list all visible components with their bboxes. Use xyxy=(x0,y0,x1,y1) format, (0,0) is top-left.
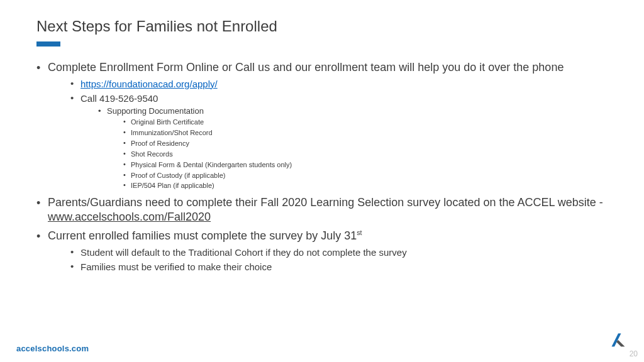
bullet-icon: • xyxy=(36,229,48,244)
bullet-icon: • xyxy=(36,195,48,211)
accel-logo-icon xyxy=(609,331,628,349)
bullet-icon: • xyxy=(98,106,107,116)
accent-bar xyxy=(36,41,60,47)
bullet-icon: • xyxy=(123,118,131,126)
page-number: 20 xyxy=(630,349,638,358)
bullet-icon: • xyxy=(123,128,131,137)
page-title: Next Steps for Families not Enrolled xyxy=(36,18,608,35)
bullet-icon: • xyxy=(123,139,131,148)
bullet-icon: • xyxy=(70,246,80,258)
bullet-icon: • xyxy=(123,150,131,158)
accel-link[interactable]: www.accelschools.com/Fall2020 xyxy=(48,211,211,223)
list-item: •Student will default to the Traditional… xyxy=(70,246,608,259)
bullet-list-level3: • Supporting Documentation •Original Bir… xyxy=(98,106,608,191)
item-text: Parents/Guardians need to complete their… xyxy=(48,195,608,224)
list-item: •Physical Form & Dental (Kindergarten st… xyxy=(123,160,608,170)
bullet-list-level4: •Original Birth Certificate •Immunizatio… xyxy=(123,118,608,190)
docs-header: Supporting Documentation xyxy=(107,106,204,117)
bullet-icon: • xyxy=(70,92,80,104)
bullet-list-level2: • https://foundationacad.org/apply/ • Ca… xyxy=(70,78,608,191)
list-item: •Proof of Residency xyxy=(123,139,608,148)
slide: Next Steps for Families not Enrolled • C… xyxy=(0,0,644,362)
list-item: • https://foundationacad.org/apply/ xyxy=(70,78,608,90)
bullet-icon: • xyxy=(123,181,131,190)
bullet-icon: • xyxy=(36,60,48,75)
call-text: Call 419-526-9540 xyxy=(80,92,158,105)
bullet-icon: • xyxy=(70,261,80,273)
list-item: • Call 419-526-9540 • Supporting Documen… xyxy=(70,92,608,190)
bullet-icon: • xyxy=(123,160,131,169)
list-item: • Parents/Guardians need to complete the… xyxy=(36,195,608,224)
list-item: •Original Birth Certificate xyxy=(123,118,608,127)
list-item: •IEP/504 Plan (if applicable) xyxy=(123,181,608,190)
list-item: •Families must be verified to make their… xyxy=(70,261,608,273)
item-text: Complete Enrollment Form Online or Call … xyxy=(48,60,564,75)
list-item: • Supporting Documentation •Original Bir… xyxy=(98,106,608,191)
list-item: •Immunization/Shot Record xyxy=(123,128,608,138)
bullet-list-level1: • Complete Enrollment Form Online or Cal… xyxy=(36,60,608,273)
list-item: •Proof of Custody (if applicable) xyxy=(123,171,608,180)
bullet-list-level2: •Student will default to the Traditional… xyxy=(70,246,608,273)
list-item: •Shot Records xyxy=(123,150,608,159)
item-text: Current enrolled families must complete … xyxy=(48,229,362,243)
list-item: • Current enrolled families must complet… xyxy=(36,229,608,273)
bullet-icon: • xyxy=(123,171,131,180)
footer-url: accelschools.com xyxy=(16,344,89,353)
list-item: • Complete Enrollment Form Online or Cal… xyxy=(36,60,608,190)
enrollment-link[interactable]: https://foundationacad.org/apply/ xyxy=(80,79,218,89)
bullet-icon: • xyxy=(70,78,80,90)
